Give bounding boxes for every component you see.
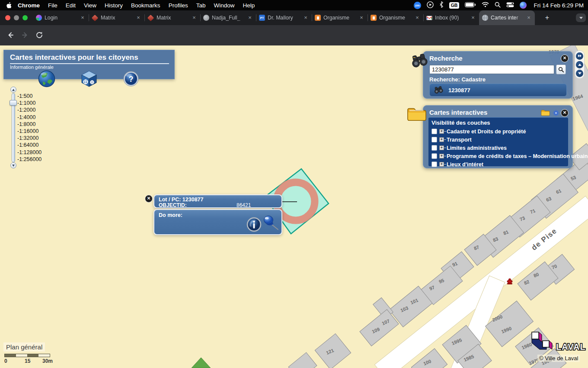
menu-view[interactable]: View [84,2,96,9]
expand-icon[interactable] [439,137,444,142]
search-button[interactable] [556,65,566,74]
play-icon[interactable] [427,1,434,10]
tab-login[interactable]: Login [33,10,89,25]
menu-profiles[interactable]: Profiles [169,2,188,9]
menu-window[interactable]: Window [214,2,234,9]
layer-settings-gear-icon[interactable] [553,110,559,118]
tab-title: Cartes inter [491,15,523,21]
tab-matrix[interactable]: Matrix [144,10,200,25]
wifi-icon[interactable] [482,2,489,9]
search-panel: Recherche Recherche: Cadastre 1230877 [423,51,573,99]
menu-help[interactable]: Help [243,2,255,9]
popup-close-button[interactable] [145,195,153,203]
zoom-slider-handle[interactable] [10,100,17,106]
tab-close-icon[interactable] [358,15,364,21]
new-tab-button[interactable] [543,13,552,23]
tab-matrix[interactable]: Matrix [89,10,144,25]
zoom-app-icon[interactable]: zm [414,2,421,9]
expand-icon[interactable] [439,154,444,158]
tab-organisme[interactable]: Organisme [312,10,368,25]
expand-icon[interactable] [439,129,444,134]
window-close-button[interactable] [5,15,10,20]
siri-icon[interactable] [520,2,527,9]
window-maximize-button[interactable] [22,15,28,20]
tab-search-button[interactable] [576,13,586,22]
tab-close-icon[interactable] [135,15,141,21]
down-arrow-icon [578,72,582,74]
overview-globe-icon[interactable] [38,70,55,89]
tab-close-icon[interactable] [247,15,253,21]
menu-bar-clock[interactable]: Fri 14 Feb 6:29 PM [534,2,584,9]
tab-close-icon[interactable] [303,15,309,21]
zoom-in-button[interactable] [10,87,16,93]
pan-up-button[interactable] [576,61,583,68]
menu-history[interactable]: History [105,2,123,9]
tab-title: Dr. Mallory [268,15,300,21]
keyboard-layout-icon[interactable]: GB [449,2,460,9]
search-scope-label: Recherche: Cadastre [429,76,486,83]
forward-button[interactable] [21,31,29,41]
layer-checkbox[interactable] [431,161,437,167]
tree-connector [444,164,446,165]
tab-close-icon[interactable] [470,15,476,21]
search-input[interactable] [429,65,554,74]
layer-label: Transport [447,137,472,143]
reload-button[interactable] [35,31,44,41]
tab-nadja-full-[interactable]: Nadja_Full_ [200,10,256,25]
tab-inbox-90-[interactable]: Inbox (90) [423,10,479,25]
window-minimize-button[interactable] [14,15,19,20]
layer-checkbox[interactable] [431,129,437,134]
map-canvas[interactable]: 5361637173818387919597101103107109121708… [0,45,588,368]
zoom-scale-1:64000[interactable]: -1:64000 [17,142,38,148]
zoom-out-button[interactable] [10,162,16,168]
expand-icon[interactable] [439,162,444,167]
search-close-button[interactable] [561,55,569,62]
basemap-label: Plan général [3,342,45,352]
pushpin-icon[interactable] [262,214,280,232]
search-result-item[interactable]: 1230877 [429,84,567,97]
back-button[interactable] [6,31,15,41]
menu-tab[interactable]: Tab [196,2,206,9]
expand-icon[interactable] [439,145,444,150]
zoom-scale-1:32000[interactable]: -1:32000 [17,135,38,141]
popup-title: Lot / PC: 1230877 [159,197,204,203]
zoom-scale-1:16000[interactable]: -1:16000 [17,128,38,134]
layers-close-button[interactable] [561,109,569,117]
zoom-scale-1:2000[interactable]: -1:2000 [17,107,35,113]
bluetooth-icon[interactable] [439,1,444,9]
zoom-scale-1:4000[interactable]: -1:4000 [17,114,35,120]
zoom-scale-1:128000[interactable]: -1:128000 [17,149,42,155]
menu-edit[interactable]: Edit [66,2,76,9]
layer-checkbox[interactable] [431,137,437,142]
tab-close-icon[interactable] [191,15,197,21]
search-result-label: 1230877 [448,87,470,94]
zoom-scale-1:8000[interactable]: -1:8000 [17,121,35,127]
zoom-scale-1:256000[interactable]: -1:256000 [17,156,42,162]
battery-icon[interactable] [465,2,476,9]
layer-label: Lieux d'intéret [447,161,483,168]
menu-bookmarks[interactable]: Bookmarks [131,2,160,9]
control-center-icon[interactable] [506,2,514,9]
menu-chrome[interactable]: Chrome [18,2,40,9]
tab-dr-mallory[interactable]: PTDr. Mallory [256,10,312,25]
spotlight-icon[interactable] [495,2,501,9]
tab-cartes-inter[interactable]: Cartes inter [479,10,535,25]
tab-close-icon[interactable] [414,15,420,21]
tab-organisme[interactable]: Organisme [368,10,423,25]
help-icon[interactable]: ? [123,71,139,88]
layer-checkbox[interactable] [431,153,437,159]
layer-row: Lieux d'intéret [431,160,483,168]
menu-file[interactable]: File [48,2,58,9]
zoom-scale-1:500[interactable]: -1:500 [17,93,32,99]
info-icon[interactable] [246,217,262,234]
apple-menu-icon[interactable] [6,2,12,9]
layer-tree: Visibilité des couches Cadastre et Droit… [428,117,568,166]
pan-down-button[interactable] [576,70,583,77]
tools-cube-icon[interactable] [80,70,98,89]
zoom-scale-1:1000[interactable]: -1:1000 [17,100,35,106]
open-folder-icon[interactable] [541,109,550,118]
layer-checkbox[interactable] [431,145,437,151]
tab-close-icon[interactable] [80,15,86,21]
collapse-panels-button[interactable] [576,52,583,60]
tab-close-icon[interactable] [526,15,532,21]
